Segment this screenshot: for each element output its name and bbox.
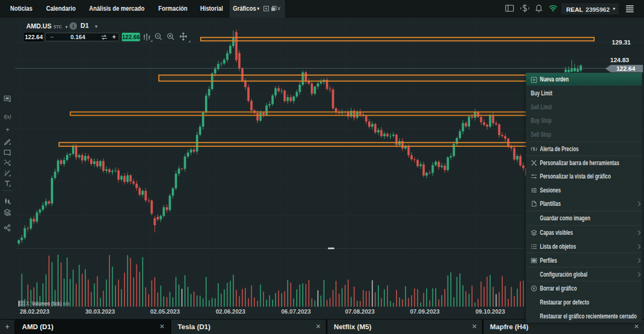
svg-text:i: i — [72, 23, 74, 29]
svg-text:122.64: 122.64 — [616, 65, 635, 72]
